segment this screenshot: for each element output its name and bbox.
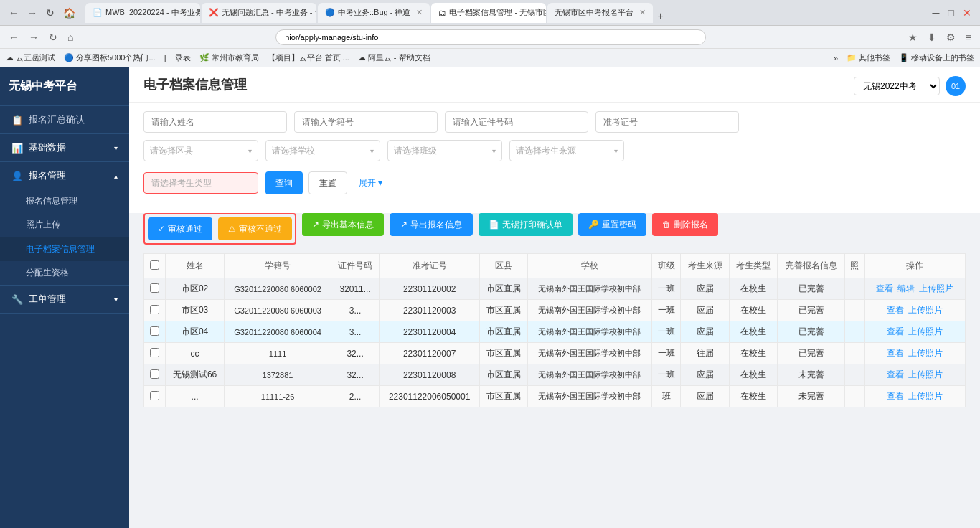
bookmark-project[interactable]: 【项目】云平台 首页 ...	[268, 52, 349, 63]
new-tab-button[interactable]: +	[654, 9, 666, 23]
approve-button[interactable]: ✓ 审核通过	[148, 217, 212, 240]
row-student-id-1: G32011220080 6060003	[225, 300, 331, 321]
name-input[interactable]	[143, 111, 287, 133]
work-order-icon: 🔧	[11, 294, 23, 305]
action-查看-2[interactable]: 查看	[887, 326, 904, 336]
row-exam-no-2: 22301120004	[380, 321, 480, 343]
star-button[interactable]: ★	[905, 30, 920, 44]
bookmark-share[interactable]: 🔵 分享图标5000个热门...	[64, 52, 156, 63]
bookmark-aliyun[interactable]: ☁ 阿里云 - 帮助文档	[358, 52, 430, 63]
class-select[interactable]: 请选择班级 ▾	[387, 140, 502, 161]
row-actions-4: 查看上传照片	[864, 364, 965, 386]
print-button[interactable]: 📄 无锡打印确认单	[479, 213, 573, 236]
action-编辑-0[interactable]: 编辑	[897, 283, 915, 293]
menu-button[interactable]: ≡	[963, 30, 974, 44]
row-student-id-5: 11111-26	[225, 386, 331, 407]
action-查看-1[interactable]: 查看	[887, 305, 904, 315]
row-id-card-5: 2...	[331, 386, 379, 407]
bookmark-cloud[interactable]: ☁ 云五岳测试	[6, 52, 55, 63]
action-查看-5[interactable]: 查看	[887, 391, 904, 401]
tab-3-close[interactable]: ✕	[416, 8, 423, 17]
row-checkbox-4[interactable]	[150, 369, 159, 379]
sidebar-item-work-order[interactable]: 🔧 工单管理 ▾	[0, 286, 129, 313]
browser-forward[interactable]: →	[26, 30, 42, 44]
bookmark-edu[interactable]: 🌿 常州市教育局	[199, 52, 259, 63]
query-button[interactable]: 查询	[265, 171, 303, 194]
sidebar-item-basic-data[interactable]: 📊 基础数据 ▾	[0, 134, 129, 161]
sidebar-item-registration[interactable]: 👤 报名管理 ▴	[0, 162, 129, 189]
row-district-0: 市区直属	[479, 278, 527, 300]
row-checkbox-5[interactable]	[150, 391, 159, 400]
row-checkbox-1[interactable]	[150, 305, 159, 314]
year-select[interactable]: 无锡2022中考无锡2021中考	[854, 77, 940, 95]
close-window-button[interactable]: ✕	[960, 6, 974, 20]
action-上传照片-5[interactable]: 上传照片	[908, 391, 943, 401]
export-basic-button[interactable]: ↗ 导出基本信息	[302, 213, 384, 236]
maximize-button[interactable]: □	[946, 6, 957, 20]
browser-home[interactable]: ⌂	[65, 30, 76, 44]
sidebar-sub-photo-upload[interactable]: 照片上传	[0, 213, 129, 237]
user-avatar[interactable]: 01	[946, 76, 966, 96]
source-select[interactable]: 请选择考生来源 ▾	[509, 140, 624, 161]
expand-button[interactable]: 展开 ▾	[353, 177, 388, 189]
student-id-input[interactable]	[294, 111, 438, 133]
tab-2[interactable]: ❌ 无锡问题汇总 - 中考业务 - 云工… ✕	[202, 3, 316, 23]
delete-reg-button[interactable]: 🗑 删除报名	[652, 213, 718, 236]
tab-4[interactable]: 🗂 电子档案信息管理 - 无锡市区中考监… ✕	[431, 3, 546, 23]
row-district-4: 市区直属	[479, 364, 527, 386]
sidebar-sub-reg-info[interactable]: 报名信息管理	[0, 189, 129, 213]
print-icon: 📄	[489, 220, 499, 230]
refresh-button[interactable]: ↻	[43, 6, 57, 20]
forward-button[interactable]: →	[24, 6, 40, 20]
row-checkbox-2[interactable]	[150, 326, 159, 336]
sidebar-item-assign-qual[interactable]: 分配生资格	[0, 261, 129, 285]
more-bookmarks[interactable]: »	[834, 54, 838, 62]
exam-no-input[interactable]	[595, 111, 739, 133]
header-actions: 操作	[864, 254, 965, 278]
school-select[interactable]: 请选择学校 ▾	[265, 140, 380, 161]
action-查看-4[interactable]: 查看	[887, 369, 904, 380]
action-上传照片-1[interactable]: 上传照片	[908, 305, 943, 315]
bookmark-record[interactable]: 录表	[175, 52, 191, 63]
reset-button[interactable]: 重置	[308, 171, 347, 194]
tab-3[interactable]: 🔵 中考业务::Bug - 禅道 ✕	[318, 3, 430, 23]
reset-pwd-button[interactable]: 🔑 重置密码	[578, 213, 646, 236]
browser-back[interactable]: ←	[6, 30, 22, 44]
id-card-input[interactable]	[445, 111, 588, 133]
header-district: 区县	[479, 254, 527, 278]
home-button[interactable]: 🏠	[60, 6, 78, 20]
browser-refresh[interactable]: ↻	[46, 30, 60, 44]
type-select-highlighted[interactable]: 请选择考生类型	[143, 172, 258, 194]
tab-5-label: 无锡市区中考报名平台	[555, 7, 633, 18]
tab-1[interactable]: 📄 MWB_20220224 - 中考业务 - ✕	[85, 3, 200, 23]
action-上传照片-4[interactable]: 上传照片	[908, 369, 943, 380]
sidebar-item-baoming[interactable]: 📋 报名汇总确认	[0, 106, 129, 133]
bookmark-other[interactable]: 📁 其他书签	[847, 52, 890, 63]
address-bar[interactable]	[275, 29, 706, 45]
action-上传照片-2[interactable]: 上传照片	[908, 326, 943, 336]
action-查看-0[interactable]: 查看	[876, 283, 893, 293]
tab-5[interactable]: 无锡市区中考报名平台 ✕	[547, 3, 653, 23]
aliyun-icon: ☁	[358, 53, 366, 62]
minimize-button[interactable]: ─	[930, 6, 943, 20]
row-checkbox-0[interactable]	[150, 283, 159, 293]
extensions-button[interactable]: ⚙	[943, 30, 958, 44]
header-id-card: 证件号码	[331, 254, 379, 278]
delete-reg-label: 删除报名	[674, 219, 708, 231]
tab-5-close[interactable]: ✕	[639, 8, 646, 17]
reject-button[interactable]: ⚠ 审核不通过	[218, 217, 292, 240]
action-上传照片-3[interactable]: 上传照片	[908, 348, 943, 358]
district-select[interactable]: 请选择区县 ▾	[143, 140, 258, 161]
select-all-checkbox[interactable]	[150, 260, 159, 270]
back-button[interactable]: ←	[6, 6, 22, 20]
action-查看-3[interactable]: 查看	[887, 348, 904, 358]
action-上传照片-0[interactable]: 上传照片	[919, 283, 953, 293]
sidebar-item-e-archive[interactable]: 电子档案信息管理	[0, 237, 129, 261]
export-reg-icon: ↗	[400, 220, 407, 230]
bookmark-mobile[interactable]: 📱 移动设备上的书签	[899, 52, 974, 63]
download-button[interactable]: ⬇	[925, 30, 939, 44]
row-type-2: 在校生	[729, 321, 777, 343]
export-reg-button[interactable]: ↗ 导出报名信息	[390, 213, 473, 236]
row-exam-no-0: 22301120002	[380, 278, 480, 300]
row-checkbox-3[interactable]	[150, 348, 159, 357]
